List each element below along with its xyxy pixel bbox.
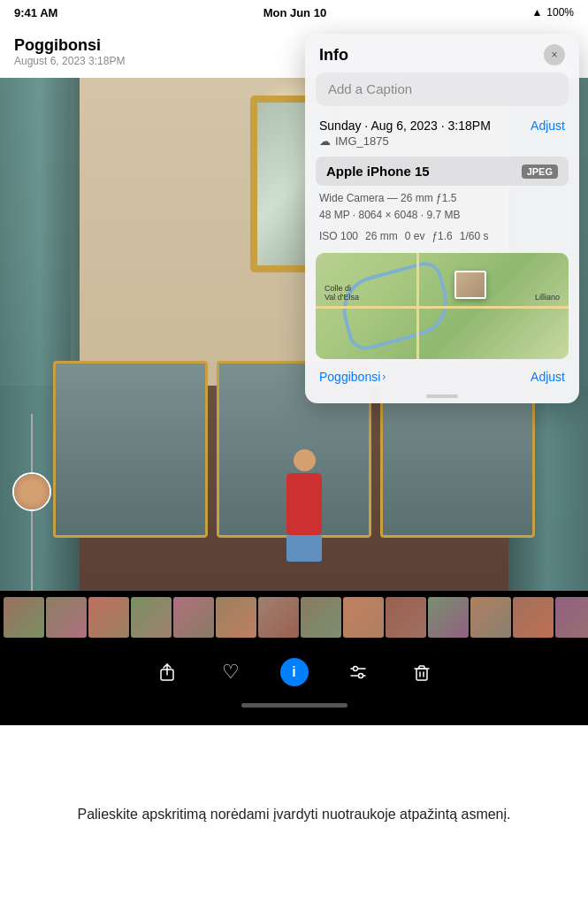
drag-indicator: [426, 394, 458, 398]
thumbnail-strip: [0, 591, 588, 644]
caption-placeholder: Add a Caption: [328, 81, 412, 96]
cloud-icon: ☁: [319, 134, 331, 148]
instruction-area: Palieskite apskritimą norėdami įvardyti …: [0, 725, 588, 903]
face-inner: [14, 474, 50, 509]
status-time: 9:41 AM: [14, 6, 57, 19]
date-text: Sunday · Aug 6, 2023 · 3:18PM: [319, 119, 491, 133]
map-photo-inner: [456, 272, 485, 297]
map-label-colle: Colle diVal d'Elsa: [325, 284, 359, 302]
filename-text: IMG_1875: [335, 134, 389, 148]
thumbnail-0[interactable]: [4, 597, 44, 638]
focal-spec: 26 mm: [365, 230, 398, 242]
map-road-horizontal: [316, 306, 569, 309]
svg-rect-5: [416, 669, 427, 680]
date-adjust-button[interactable]: Adjust: [531, 119, 565, 133]
status-icons: ▲ 100%: [531, 6, 574, 19]
close-button[interactable]: ×: [544, 44, 565, 65]
photo-title-block: Poggibonsi August 6, 2023 3:18PM: [14, 36, 125, 67]
heart-button[interactable]: ♡: [217, 658, 245, 686]
location-row: Poggibonsi › Adjust: [305, 364, 579, 394]
thumbnail-13[interactable]: [555, 597, 588, 638]
person-head: [294, 449, 316, 471]
delete-button[interactable]: [408, 658, 436, 686]
adjust-button[interactable]: [344, 658, 372, 686]
thumbnail-11[interactable]: [470, 597, 511, 638]
device-name: Apple iPhone 15: [326, 164, 430, 179]
jpeg-badge: JPEG: [522, 165, 558, 179]
thumbnail-5[interactable]: [216, 597, 256, 638]
svg-point-4: [358, 674, 363, 678]
thumbnail-9[interactable]: [386, 597, 426, 638]
face-circle[interactable]: [12, 472, 51, 511]
thumbnail-3[interactable]: [131, 597, 172, 638]
home-indicator: [241, 703, 347, 708]
date-row: Sunday · Aug 6, 2023 · 3:18PM ☁ IMG_1875…: [305, 115, 579, 153]
shutter-spec: 1/60 s: [460, 230, 489, 242]
info-icon: i: [292, 664, 295, 680]
info-panel-header: Info ×: [305, 34, 579, 73]
info-panel-title: Info: [319, 46, 348, 65]
ev-spec: 0 ev: [405, 230, 425, 242]
person-legs: [286, 535, 322, 562]
status-bar: 9:41 AM Mon Jun 10 ▲ 100%: [0, 0, 588, 25]
device-row: Apple iPhone 15 JPEG: [316, 157, 569, 186]
thumbnail-12[interactable]: [513, 597, 554, 638]
thumbnail-10[interactable]: [428, 597, 469, 638]
camera-spec2: 48 MP · 8064 × 6048 · 9.7 MB: [319, 207, 565, 224]
thumbnail-7[interactable]: [301, 597, 341, 638]
map-area[interactable]: Colle diVal d'Elsa Lilliano: [316, 253, 569, 359]
battery-icon: 100%: [546, 6, 574, 19]
instruction-text: Palieskite apskritimą norėdami įvardyti …: [77, 804, 510, 825]
info-panel: Info × Add a Caption Sunday · Aug 6, 202…: [305, 34, 579, 403]
date-block: Sunday · Aug 6, 2023 · 3:18PM ☁ IMG_1875: [319, 119, 491, 148]
camera-specs-row: Wide Camera — 26 mm ƒ1.5 48 MP · 8064 × …: [305, 186, 579, 228]
wifi-icon: ▲: [531, 6, 542, 19]
map-road-vertical: [416, 253, 419, 359]
thumbnail-2[interactable]: [88, 597, 129, 638]
thumbnail-1[interactable]: [46, 597, 87, 638]
photo-title: Poggibonsi: [14, 36, 125, 55]
camera-spec1: Wide Camera — 26 mm ƒ1.5: [319, 190, 565, 207]
svg-point-3: [353, 667, 357, 671]
thumbnail-4[interactable]: [173, 597, 214, 638]
location-chevron-icon: ›: [382, 371, 386, 383]
map-photo-thumbnail: [454, 271, 486, 299]
bench-left: [53, 361, 208, 538]
filename-row: ☁ IMG_1875: [319, 134, 491, 148]
location-adjust-button[interactable]: Adjust: [531, 370, 565, 384]
info-button[interactable]: i: [280, 658, 309, 686]
map-background: Colle diVal d'Elsa Lilliano: [316, 253, 569, 359]
aperture-spec: ƒ1.6: [431, 230, 452, 242]
thumbnail-6[interactable]: [258, 597, 299, 638]
person: [282, 449, 326, 538]
status-date: Mon Jun 10: [263, 6, 327, 19]
photo-subtitle: August 6, 2023 3:18PM: [14, 55, 125, 67]
caption-field[interactable]: Add a Caption: [316, 73, 569, 106]
share-button[interactable]: [153, 658, 181, 686]
person-body: [286, 473, 322, 535]
tech-specs: ISO 100 26 mm 0 ev ƒ1.6 1/60 s: [305, 228, 579, 248]
location-name[interactable]: Poggibonsi ›: [319, 370, 386, 384]
thumbnail-8[interactable]: [343, 597, 384, 638]
bottom-toolbar: ♡ i: [0, 646, 588, 699]
iso-spec: ISO 100: [319, 230, 358, 242]
map-label-lilliano: Lilliano: [535, 293, 560, 302]
